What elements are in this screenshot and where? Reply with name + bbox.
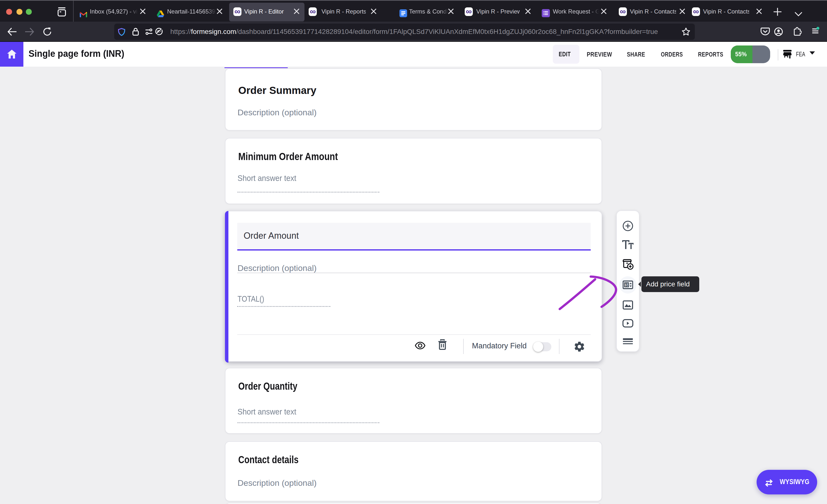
- svg-text:$: $: [625, 282, 628, 287]
